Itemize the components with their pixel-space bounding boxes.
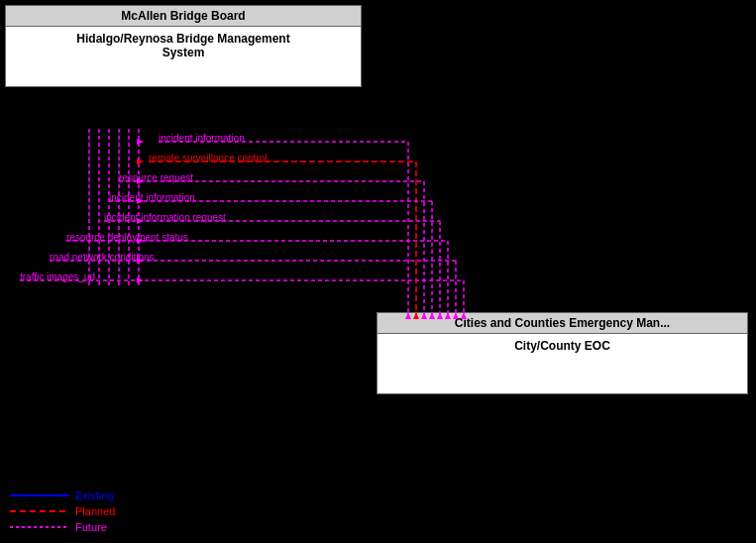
legend-line-future	[10, 526, 69, 528]
svg-marker-31	[137, 159, 144, 164]
legend-item-future: Future	[10, 521, 115, 533]
flow-label-7: road network conditions	[50, 252, 155, 263]
flow-label-1: incident information	[159, 133, 245, 144]
svg-marker-37	[137, 277, 144, 283]
flow-label-2: remote surveillance control	[149, 153, 268, 163]
legend-item-existing: Existing	[10, 489, 115, 501]
svg-marker-30	[137, 139, 144, 145]
legend-label-planned: Planned	[75, 505, 115, 517]
legend-line-existing	[10, 494, 69, 496]
flow-label-3: resource request	[119, 172, 193, 183]
mcallen-title: McAllen Bridge Board	[6, 6, 361, 27]
legend-label-existing: Existing	[75, 489, 114, 501]
cities-subtitle: City/County EOC	[378, 334, 747, 358]
legend-label-future: Future	[75, 521, 107, 533]
flow-label-8: traffic images_ud	[20, 272, 95, 282]
mcallen-node: McAllen Bridge Board Hidalgo/Reynosa Bri…	[5, 5, 362, 87]
flow-label-4: incident information	[109, 192, 195, 203]
mcallen-subtitle: Hidalgo/Reynosa Bridge ManagementSystem	[6, 27, 361, 64]
legend: Existing Planned Future	[10, 489, 115, 533]
flow-label-5: incident information request	[104, 212, 226, 223]
cities-title: Cities and Counties Emergency Man...	[378, 313, 747, 334]
cities-node: Cities and Counties Emergency Man... Cit…	[377, 312, 748, 394]
flow-label-6: resource deployment status	[66, 232, 188, 243]
legend-line-planned	[10, 510, 69, 512]
legend-item-planned: Planned	[10, 505, 115, 517]
